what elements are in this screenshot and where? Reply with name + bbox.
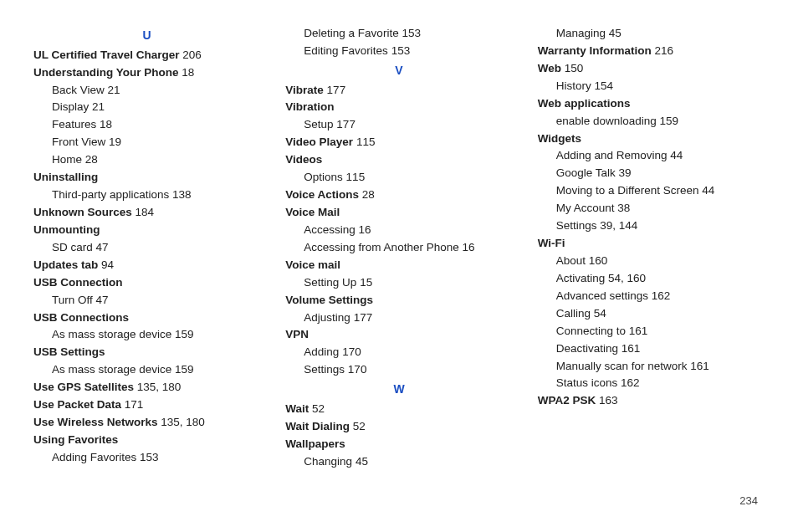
index-entry[interactable]: Video Player 115 — [285, 134, 512, 151]
entry-label: Unmounting — [33, 223, 100, 236]
section-letter: W — [285, 381, 512, 399]
entry-label: Google Talk — [556, 166, 616, 179]
index-entry[interactable]: About 160 — [538, 253, 765, 270]
index-entry[interactable]: Adding Favorites 153 — [33, 449, 260, 467]
entry-page: 161 — [626, 325, 647, 337]
index-entry[interactable]: Manually scan for network 161 — [538, 358, 765, 376]
entry-label: Features — [52, 118, 96, 130]
index-entry[interactable]: Unknown Sources 184 — [33, 204, 260, 222]
index-entry[interactable]: enable downloading 159 — [538, 113, 765, 130]
index-columns: UUL Certified Travel Charger 206Understa… — [33, 25, 765, 481]
index-entry[interactable]: Front View 19 — [33, 134, 260, 151]
index-entry[interactable]: Using Favorites — [33, 432, 260, 449]
index-entry[interactable]: Volume Settings — [285, 292, 512, 309]
entry-label: Front View — [52, 136, 105, 148]
index-entry[interactable]: USB Connections — [33, 309, 260, 327]
index-entry[interactable]: Display 21 — [33, 99, 260, 116]
index-entry[interactable]: Editing Favorites 153 — [285, 43, 512, 60]
entry-label: Calling — [556, 307, 591, 320]
entry-page: 153 — [136, 451, 158, 463]
index-entry[interactable]: Home 28 — [33, 151, 260, 169]
index-entry[interactable]: Managing 45 — [538, 25, 765, 43]
entry-label: Display — [52, 100, 89, 113]
entry-label: Editing Favorites — [304, 44, 388, 57]
index-entry[interactable]: Understanding Your Phone 18 — [33, 64, 260, 82]
index-entry[interactable]: Wait 52 — [285, 401, 512, 418]
entry-label: Adjusting — [304, 311, 350, 324]
section-letter: U — [33, 27, 260, 45]
index-entry[interactable]: Calling 54 — [538, 305, 765, 323]
index-entry[interactable]: Setup 177 — [285, 116, 512, 134]
entry-label: Web applications — [538, 97, 631, 110]
entry-label: Uninstalling — [33, 171, 98, 183]
entry-label: Deleting a Favorite — [304, 27, 398, 39]
index-entry[interactable]: Wi-Fi — [538, 235, 765, 253]
entry-label: USB Connections — [33, 311, 129, 324]
entry-label: Status icons — [556, 376, 618, 389]
index-entry[interactable]: Updates tab 94 — [33, 257, 260, 274]
index-entry[interactable]: Deactivating 161 — [538, 340, 765, 358]
index-entry[interactable]: Wait Dialing 52 — [285, 418, 512, 436]
index-entry[interactable]: Wallpapers — [285, 436, 512, 453]
index-entry[interactable]: Moving to a Different Screen 44 — [538, 182, 765, 200]
entry-label: Home — [52, 153, 82, 166]
index-entry[interactable]: As mass storage device 159 — [33, 361, 260, 379]
index-entry[interactable]: Web 150 — [538, 60, 765, 78]
index-entry[interactable]: Use Packet Data 171 — [33, 396, 260, 414]
index-entry[interactable]: Use GPS Satellites 135, 180 — [33, 379, 260, 396]
entry-label: Accessing — [304, 223, 356, 236]
index-entry[interactable]: Voice Mail — [285, 204, 512, 222]
index-entry[interactable]: Voice Actions 28 — [285, 187, 512, 204]
index-entry[interactable]: Settings 170 — [285, 361, 512, 379]
entry-label: Turn Off — [52, 294, 93, 306]
index-entry[interactable]: Activating 54, 160 — [538, 270, 765, 288]
index-entry[interactable]: Options 115 — [285, 169, 512, 187]
index-entry[interactable]: SD card 47 — [33, 239, 260, 257]
index-entry[interactable]: As mass storage device 159 — [33, 326, 260, 344]
index-entry[interactable]: USB Connection — [33, 274, 260, 292]
entry-label: WPA2 PSK — [538, 394, 596, 407]
index-entry[interactable]: Google Talk 39 — [538, 165, 765, 182]
index-entry[interactable]: Voice mail — [285, 257, 512, 274]
index-entry[interactable]: Connecting to 161 — [538, 323, 765, 340]
index-entry[interactable]: Setting Up 15 — [285, 274, 512, 292]
index-entry[interactable]: History 154 — [538, 78, 765, 95]
index-entry[interactable]: Deleting a Favorite 153 — [285, 25, 512, 43]
index-entry[interactable]: Turn Off 47 — [33, 292, 260, 309]
entry-page: 177 — [334, 118, 356, 130]
index-entry[interactable]: Adding 170 — [285, 344, 512, 361]
index-entry[interactable]: USB Settings — [33, 344, 260, 361]
entry-label: Setup — [304, 118, 333, 130]
index-entry[interactable]: Web applications — [538, 95, 765, 113]
index-entry[interactable]: VPN — [285, 326, 512, 344]
index-entry[interactable]: Videos — [285, 151, 512, 169]
index-entry[interactable]: Settings 39, 144 — [538, 217, 765, 235]
entry-page: 44 — [699, 184, 715, 197]
index-entry[interactable]: Unmounting — [33, 222, 260, 239]
index-entry[interactable]: Accessing 16 — [285, 222, 512, 239]
entry-page: 138 — [169, 188, 191, 201]
entry-label: USB Settings — [33, 345, 105, 358]
index-entry[interactable]: Status icons 162 — [538, 375, 765, 392]
index-entry[interactable]: My Account 38 — [538, 200, 765, 217]
entry-label: History — [556, 79, 591, 92]
index-entry[interactable]: UL Certified Travel Charger 206 — [33, 47, 260, 64]
index-entry[interactable]: Third-party applications 138 — [33, 187, 260, 204]
entry-page: 135, 180 — [157, 416, 204, 428]
index-entry[interactable]: Adding and Removing 44 — [538, 147, 765, 165]
index-entry[interactable]: Accessing from Another Phone 16 — [285, 239, 512, 257]
index-entry[interactable]: Uninstalling — [33, 169, 260, 187]
index-entry[interactable]: Changing 45 — [285, 453, 512, 471]
index-entry[interactable]: WPA2 PSK 163 — [538, 392, 765, 410]
index-entry[interactable]: Advanced settings 162 — [538, 288, 765, 305]
index-entry[interactable]: Adjusting 177 — [285, 309, 512, 327]
index-entry[interactable]: Widgets — [538, 130, 765, 148]
index-entry[interactable]: Back View 21 — [33, 82, 260, 100]
index-entry[interactable]: Vibrate 177 — [285, 82, 512, 100]
entry-label: Back View — [52, 84, 105, 96]
index-entry[interactable]: Use Wireless Networks 135, 180 — [33, 414, 260, 432]
index-entry[interactable]: Vibration — [285, 99, 512, 116]
entry-label: My Account — [556, 202, 615, 214]
index-entry[interactable]: Features 18 — [33, 116, 260, 134]
index-entry[interactable]: Warranty Information 216 — [538, 43, 765, 60]
